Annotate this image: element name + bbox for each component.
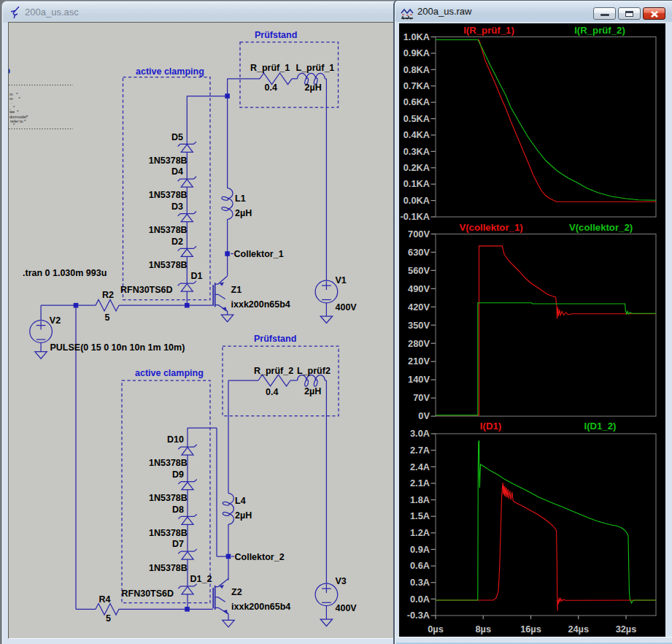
svg-text:2µH: 2µH [305, 83, 322, 93]
svg-text:0.9A: 0.9A [410, 544, 430, 555]
svg-text:0.3KA: 0.3KA [403, 146, 430, 157]
svg-text:V(collektor_1): V(collektor_1) [459, 222, 522, 233]
svg-text:Z2: Z2 [231, 587, 242, 597]
svg-text:I(R_prüf_1): I(R_prüf_1) [463, 25, 514, 36]
svg-text:ixxk200n65b4: ixxk200n65b4 [231, 299, 290, 310]
svg-text:-0.1KA: -0.1KA [400, 211, 430, 222]
svg-text:0.5KA: 0.5KA [403, 113, 430, 124]
svg-text:2µH: 2µH [235, 208, 252, 218]
svg-text:L_prüf2: L_prüf2 [297, 366, 331, 376]
svg-text:5: 5 [105, 313, 110, 323]
svg-text:0.0KA: 0.0KA [403, 195, 430, 206]
svg-text:0.3A: 0.3A [410, 577, 430, 588]
svg-text:active clamping: active clamping [135, 368, 204, 378]
svg-text:PULSE(0 15 0 10n 10n 1m 10m): PULSE(0 15 0 10n 10n 1m 10m) [50, 342, 185, 353]
svg-text:D1_2: D1_2 [190, 574, 212, 584]
svg-text:RFN30TS6D: RFN30TS6D [122, 589, 174, 599]
svg-text:32µs: 32µs [616, 624, 637, 635]
svg-text:R_prüf_1: R_prüf_1 [250, 63, 290, 73]
svg-text:ixxk200n65b4: ixxk200n65b4 [231, 602, 290, 612]
svg-text:-0.3A: -0.3A [407, 610, 430, 621]
svg-text:490V: 490V [408, 283, 430, 294]
svg-text:I(D1_2): I(D1_2) [584, 421, 617, 432]
svg-text:L4: L4 [235, 496, 246, 506]
svg-text:0.9KA: 0.9KA [403, 47, 430, 58]
svg-text:0.4KA: 0.4KA [403, 129, 430, 140]
svg-text:0.6A: 0.6A [410, 560, 430, 571]
svg-text:D10: D10 [167, 434, 184, 445]
svg-text:0.1KA: 0.1KA [403, 178, 430, 189]
svg-text:.tran 0 1.030m 993u: .tran 0 1.030m 993u [23, 268, 107, 278]
svg-text:70V: 70V [413, 392, 430, 403]
svg-text:1N5378B: 1N5378B [149, 225, 188, 235]
svg-text:700V: 700V [408, 229, 430, 239]
svg-text:2µH: 2µH [304, 386, 321, 396]
svg-text:1.0KA: 1.0KA [403, 31, 430, 42]
svg-text:durmodel*: durmodel* [9, 115, 28, 119]
svg-text:400V: 400V [336, 302, 358, 313]
svg-text:0.6KA: 0.6KA [403, 96, 430, 107]
svg-text:1.8A: 1.8A [410, 494, 430, 505]
svg-text:1N5378B: 1N5378B [149, 528, 188, 538]
svg-text:3.0A: 3.0A [410, 428, 430, 439]
svg-text:1.5A: 1.5A [410, 510, 430, 521]
svg-text:0.0A: 0.0A [410, 594, 430, 605]
svg-text:1N5378B: 1N5378B [149, 458, 188, 468]
svg-text:1N5378B: 1N5378B [149, 493, 188, 503]
svg-text:1N5378B: 1N5378B [149, 156, 188, 166]
svg-text:I(R_prüf_2): I(R_prüf_2) [574, 25, 625, 36]
svg-text:560V: 560V [408, 265, 430, 276]
svg-text:0.4: 0.4 [265, 83, 277, 93]
svg-text:630V: 630V [408, 247, 430, 258]
svg-text:2.7A: 2.7A [410, 445, 430, 456]
svg-text:D5: D5 [171, 132, 183, 142]
svg-text:0V: 0V [418, 410, 430, 421]
svg-text:8µs: 8µs [475, 624, 491, 635]
svg-text:D2: D2 [171, 237, 183, 247]
svg-text:16µs: 16µs [520, 624, 541, 635]
svg-text:420V: 420V [408, 302, 430, 313]
svg-text:0.7KA: 0.7KA [403, 80, 430, 91]
svg-text:0µs: 0µs [428, 624, 444, 635]
svg-text:0.4: 0.4 [266, 387, 278, 397]
svg-text:140V: 140V [408, 374, 430, 385]
svg-text:active clamping: active clamping [136, 66, 204, 77]
svg-text:Prüfstand: Prüfstand [254, 334, 296, 344]
svg-text:o: o [9, 65, 10, 76]
svg-text:L1: L1 [235, 193, 246, 204]
svg-text:I(D1): I(D1) [480, 421, 501, 432]
svg-text:V3: V3 [336, 576, 347, 586]
svg-text:D4: D4 [171, 166, 183, 177]
svg-text:D7: D7 [172, 539, 184, 549]
svg-text:R4: R4 [99, 594, 111, 605]
svg-text:V2: V2 [50, 315, 61, 326]
svg-text:D8: D8 [172, 505, 184, 515]
svg-text:V1: V1 [336, 275, 347, 285]
svg-text:Z1: Z1 [231, 285, 242, 295]
svg-text:1N5378B: 1N5378B [149, 260, 188, 270]
svg-text:Collektor_1: Collektor_1 [234, 249, 284, 259]
svg-text:Collektor_2: Collektor_2 [235, 552, 285, 562]
svg-text:350V: 350V [408, 320, 430, 331]
svg-text:D9: D9 [172, 469, 184, 480]
svg-text:RFN30TS6D: RFN30TS6D [120, 285, 173, 295]
svg-text:2.1A: 2.1A [410, 478, 430, 488]
svg-text:R2: R2 [102, 290, 114, 300]
svg-text:5: 5 [106, 613, 111, 624]
svg-text:400V: 400V [336, 603, 358, 613]
svg-text:we *: we * [9, 110, 19, 114]
svg-text:1.2A: 1.2A [410, 527, 430, 538]
svg-text:280V: 280V [408, 338, 430, 349]
svg-text:1N5378B: 1N5378B [149, 190, 188, 200]
svg-text:D1: D1 [191, 271, 203, 281]
svg-text:V(collektor_2): V(collektor_2) [569, 222, 633, 233]
svg-text:2µH: 2µH [235, 510, 252, 521]
svg-text:2.4A: 2.4A [410, 461, 430, 472]
svg-text:0.2KA: 0.2KA [403, 162, 430, 173]
svg-text:Prüfstand: Prüfstand [255, 30, 297, 40]
svg-text:24µs: 24µs [568, 624, 589, 635]
svg-text:L_prüf_1: L_prüf_1 [296, 63, 335, 73]
svg-text:0.8KA: 0.8KA [403, 64, 430, 75]
svg-text:210V: 210V [408, 356, 430, 367]
svg-text:R_prüf_2: R_prüf_2 [254, 366, 293, 376]
